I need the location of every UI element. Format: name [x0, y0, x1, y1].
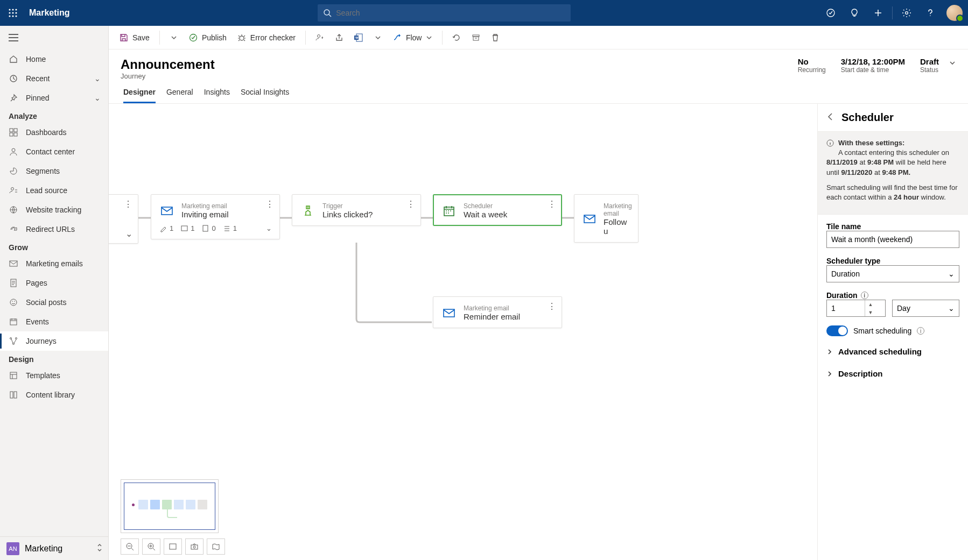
sidebar-item-dashboards[interactable]: Dashboards	[0, 123, 108, 142]
sidebar-item-label: Home	[26, 55, 46, 63]
journey-tile-trigger[interactable]: ⋮ Trigger Links clicked?	[292, 194, 421, 226]
person-arrow-icon	[315, 33, 324, 42]
assistant-button[interactable]	[819, 0, 843, 26]
expand-collapse-icon	[96, 543, 103, 554]
tab-designer[interactable]: Designer	[123, 88, 156, 103]
sidebar-item-events[interactable]: Events	[0, 312, 108, 331]
svg-rect-30	[10, 372, 17, 379]
sidebar-item-lead-source[interactable]: Lead source	[0, 181, 108, 200]
search-icon	[323, 9, 332, 17]
duration-unit-select[interactable]: Day ⌄	[892, 300, 959, 317]
collapse-menu-button[interactable]	[0, 26, 108, 49]
trigger-icon	[301, 204, 315, 218]
step-down-button[interactable]: ▼	[865, 308, 876, 316]
sidebar-item-label: Pinned	[26, 94, 50, 102]
zoom-in-button[interactable]	[142, 538, 160, 555]
search-input[interactable]	[336, 9, 565, 17]
svg-point-23	[10, 299, 17, 306]
tile-menu-button[interactable]: ⋮	[548, 301, 556, 311]
tile-menu-button[interactable]: ⋮	[406, 199, 415, 209]
snapshot-button[interactable]	[185, 538, 204, 555]
duration-stepper[interactable]: ▲▼	[826, 300, 886, 317]
tab-insights[interactable]: Insights	[204, 88, 230, 103]
tile-menu-button[interactable]: ⋮	[265, 199, 274, 209]
tile-menu-button[interactable]: ⋮	[124, 199, 132, 209]
edit-icon	[160, 225, 167, 232]
tile-name-input[interactable]	[826, 231, 959, 248]
assign-button[interactable]	[311, 29, 328, 46]
layout-button[interactable]	[207, 538, 225, 555]
scheduler-type-select[interactable]: Duration ⌄	[826, 265, 959, 282]
sidebar-item-social-posts[interactable]: Social posts	[0, 293, 108, 312]
sidebar-item-journeys[interactable]: Journeys	[0, 331, 108, 351]
journey-canvas[interactable]: ⋮ ⌄ ⋮ Marketing email Inviting email 1	[109, 104, 817, 560]
panel-back-button[interactable]	[826, 111, 835, 124]
tile-menu-button[interactable]: ⋮	[548, 199, 556, 209]
map-icon	[212, 542, 220, 551]
sidebar-item-content-library[interactable]: Content library	[0, 385, 108, 405]
word-button[interactable]: W	[350, 29, 367, 46]
waffle-icon	[9, 9, 17, 17]
journey-tile-partial-left[interactable]: ⋮ ⌄	[109, 194, 138, 244]
tile-type: Marketing email	[181, 202, 229, 210]
duration-input[interactable]	[827, 304, 865, 313]
tile-title: Wait a week	[464, 210, 507, 219]
sidebar-item-home[interactable]: Home	[0, 49, 108, 69]
flow-button[interactable]: Flow	[389, 29, 437, 46]
journey-tile-reminder-email[interactable]: ⋮ Marketing email Reminder email	[433, 296, 562, 328]
sidebar-footer[interactable]: AN Marketing	[0, 536, 108, 560]
delete-button[interactable]	[487, 29, 504, 46]
mail-icon	[160, 204, 174, 218]
svg-point-9	[324, 10, 329, 15]
journey-tile-inviting-email[interactable]: ⋮ Marketing email Inviting email 1 1 0 1	[151, 194, 280, 239]
publish-button[interactable]: Publish	[185, 29, 231, 46]
zoom-out-button[interactable]	[121, 538, 139, 555]
global-search[interactable]	[318, 4, 571, 22]
add-button[interactable]	[866, 0, 890, 26]
list-icon	[223, 225, 230, 232]
user-avatar[interactable]	[946, 5, 963, 21]
svg-rect-17	[14, 133, 17, 136]
sidebar-item-templates[interactable]: Templates	[0, 366, 108, 385]
lightbulb-button[interactable]	[843, 0, 866, 26]
error-checker-button[interactable]: Error checker	[233, 29, 300, 46]
word-options-button[interactable]	[369, 29, 387, 46]
advanced-scheduling-section[interactable]: Advanced scheduling	[826, 345, 959, 358]
smart-scheduling-toggle[interactable]	[826, 325, 848, 336]
header-expand-button[interactable]	[949, 57, 956, 69]
sidebar-item-pinned[interactable]: Pinned ⌄	[0, 88, 108, 108]
sidebar-item-pages[interactable]: Pages	[0, 273, 108, 293]
svg-point-12	[906, 12, 908, 15]
tab-social-insights[interactable]: Social Insights	[241, 88, 289, 103]
settings-button[interactable]	[895, 0, 918, 26]
sidebar-item-redirect-urls[interactable]: Redirect URLs	[0, 219, 108, 239]
global-topbar: Marketing	[0, 0, 968, 26]
sidebar-item-segments[interactable]: Segments	[0, 161, 108, 181]
chevron-down-icon: ⌄	[94, 94, 101, 102]
minimap[interactable]	[121, 479, 219, 533]
sidebar-item-website-tracking[interactable]: Website tracking	[0, 200, 108, 219]
tab-general[interactable]: General	[166, 88, 193, 103]
description-section[interactable]: Description	[826, 367, 959, 380]
sidebar-item-recent[interactable]: Recent ⌄	[0, 69, 108, 88]
svg-rect-50	[170, 544, 176, 549]
help-button[interactable]	[918, 0, 942, 26]
journey-tile-follow-up[interactable]: Marketing email Follow u	[574, 194, 639, 243]
mail-icon	[583, 212, 596, 226]
share-button[interactable]	[331, 29, 348, 46]
sidebar-item-marketing-emails[interactable]: Marketing emails	[0, 254, 108, 273]
sidebar-group-design: Design	[0, 351, 108, 366]
fit-button[interactable]	[164, 538, 182, 555]
sidebar-item-contact-center[interactable]: Contact center	[0, 142, 108, 161]
hamburger-icon	[9, 34, 18, 41]
save-options-button[interactable]	[165, 29, 183, 46]
archive-button[interactable]	[467, 29, 485, 46]
cmd-label: Publish	[202, 33, 227, 42]
app-launcher-button[interactable]	[0, 9, 26, 17]
journey-tile-scheduler[interactable]: ⋮ Scheduler Wait a week	[433, 194, 562, 226]
refresh-button[interactable]	[448, 29, 465, 46]
tile-expand-button[interactable]: ⌄	[266, 224, 272, 232]
save-button[interactable]: Save	[115, 29, 154, 46]
step-up-button[interactable]: ▲	[865, 300, 876, 308]
sidebar-item-label: Marketing emails	[26, 259, 83, 268]
